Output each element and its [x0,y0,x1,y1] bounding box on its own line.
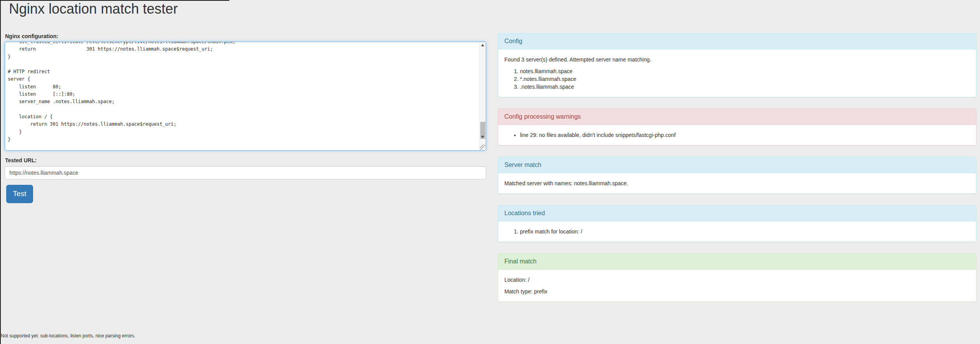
list-item: prefix match for location: / [520,228,970,235]
scroll-down-icon [481,136,484,138]
config-panel-title: Config [498,33,976,49]
test-button[interactable]: Test [6,185,33,203]
nginx-config-text[interactable]: ssl_trusted_certificate /etc/letsencrypt… [8,42,477,143]
final-match-location: Location: / [504,276,970,284]
config-panel: Config Found 3 server(s) defined. Attemp… [498,33,976,97]
locations-tried-panel-title: Locations tried [498,205,976,221]
locations-tried-list: prefix match for location: / [504,228,970,235]
final-match-panel: Final match Location: / Match type: pref… [498,253,976,302]
warnings-panel: Config processing warnings line 29: no f… [498,109,976,146]
tested-url-input[interactable] [5,166,486,179]
server-name-list: notes.lliammah.space *.notes.lliammah.sp… [504,67,970,91]
scroll-up-icon [481,44,484,46]
results-column: Config Found 3 server(s) defined. Attemp… [498,33,976,313]
locations-tried-panel: Locations tried prefix match for locatio… [498,205,976,242]
server-match-panel: Server match Matched server with names: … [498,157,976,194]
nginx-config-textarea[interactable]: ssl_trusted_certificate /etc/letsencrypt… [5,42,486,151]
server-match-text: Matched server with names: notes.lliamma… [504,179,970,187]
list-item: .notes.lliammah.space [520,83,970,91]
final-match-panel-title: Final match [498,254,976,270]
warnings-panel-body: line 29: no files available, didn't incl… [498,125,976,145]
config-summary: Found 3 server(s) defined. Attempted ser… [504,56,970,63]
list-item: *.notes.lliammah.space [520,75,970,83]
config-label: Nginx configuration: [5,33,58,39]
list-item: line 29: no files available, didn't incl… [520,131,970,139]
list-item: notes.lliammah.space [520,67,970,75]
footer-note: Not supported yet: sub-locations, listen… [1,333,135,339]
server-match-panel-title: Server match [498,157,976,173]
final-match-panel-body: Location: / Match type: prefix [498,270,976,302]
warnings-panel-title: Config processing warnings [498,109,976,125]
window-left-edge [0,0,1,344]
resize-grip-icon[interactable] [480,144,485,150]
scroll-down-button[interactable] [480,134,486,140]
textarea-scrollbar[interactable] [479,42,486,150]
tested-url-label: Tested URL: [5,157,37,163]
locations-tried-panel-body: prefix match for location: / [498,221,976,242]
config-panel-body: Found 3 server(s) defined. Attempted ser… [498,49,976,97]
page-title: Nginx location match tester [9,1,178,17]
warnings-list: line 29: no files available, didn't incl… [504,131,970,139]
server-match-panel-body: Matched server with names: notes.lliamma… [498,173,976,193]
scroll-up-button[interactable] [480,42,486,48]
final-match-type: Match type: prefix [504,288,970,295]
